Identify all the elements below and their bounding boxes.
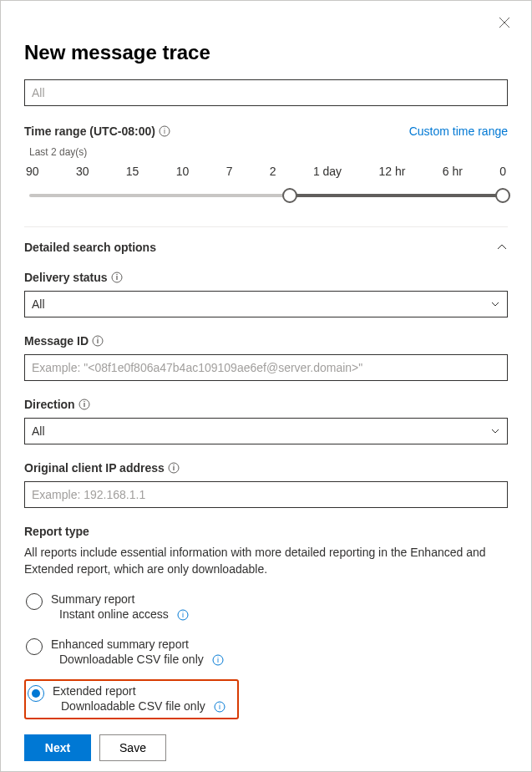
report-type-label: Report type <box>24 525 508 538</box>
radio-option-title: Extended report <box>53 684 225 698</box>
radio-button[interactable] <box>26 593 43 610</box>
radio-button[interactable] <box>26 638 43 655</box>
svg-text:i: i <box>83 400 85 409</box>
client-ip-label: Original client IP address i <box>24 461 508 475</box>
svg-text:i: i <box>164 127 165 135</box>
svg-text:i: i <box>173 464 175 472</box>
next-button[interactable]: Next <box>24 734 91 761</box>
chevron-down-icon <box>490 426 500 436</box>
direction-select[interactable]: All <box>24 418 508 444</box>
close-button[interactable] <box>498 16 513 31</box>
chevron-up-icon <box>496 241 508 253</box>
radio-option-title: Enhanced summary report <box>51 637 224 651</box>
delivery-status-label: Delivery status i <box>24 271 508 284</box>
slider-thumb-start[interactable] <box>282 188 297 203</box>
radio-option-subtitle: Downloadable CSV file onlyi <box>59 653 224 666</box>
detailed-options-toggle[interactable]: Detailed search options <box>24 241 508 254</box>
message-id-label: Message ID i <box>24 334 508 348</box>
info-icon[interactable]: i <box>159 125 170 137</box>
info-icon[interactable]: i <box>79 399 90 410</box>
report-type-description: All reports include essential informatio… <box>24 545 508 577</box>
chevron-down-icon <box>490 299 500 309</box>
slider-current-value: Last 2 day(s) <box>29 146 508 158</box>
info-icon[interactable]: i <box>92 335 104 347</box>
report-type-option[interactable]: Extended reportDownloadable CSV file onl… <box>24 679 239 719</box>
radio-option-subtitle: Downloadable CSV file onlyi <box>61 699 225 713</box>
recipients-input[interactable] <box>24 79 508 106</box>
radio-option-subtitle: Instant online accessi <box>59 607 189 621</box>
info-icon[interactable]: i <box>177 608 189 620</box>
svg-text:i: i <box>97 337 99 345</box>
report-type-option[interactable]: Summary reportInstant online accessi <box>24 589 508 626</box>
svg-text:i: i <box>182 611 184 619</box>
direction-label: Direction i <box>24 398 508 411</box>
divider <box>24 226 508 227</box>
svg-text:i: i <box>219 703 220 711</box>
time-range-label: Time range (UTC-08:00) i <box>24 124 170 138</box>
svg-text:i: i <box>115 273 118 282</box>
radio-option-title: Summary report <box>51 592 189 606</box>
info-icon[interactable]: i <box>214 700 225 712</box>
message-trace-panel: New message trace Time range (UTC-08:00)… <box>0 0 532 772</box>
time-range-slider[interactable]: Last 2 day(s) 90 30 15 10 7 2 1 day 12 h… <box>24 146 508 205</box>
report-type-option[interactable]: Enhanced summary reportDownloadable CSV … <box>24 634 508 671</box>
svg-text:i: i <box>217 656 219 664</box>
slider-tick-labels: 90 30 15 10 7 2 1 day 12 hr 6 hr 0 <box>24 165 508 178</box>
client-ip-input[interactable] <box>24 481 508 508</box>
report-type-radio-group: Summary reportInstant online accessiEnha… <box>24 589 508 719</box>
save-button[interactable]: Save <box>99 734 166 761</box>
slider-thumb-end[interactable] <box>495 188 510 203</box>
delivery-status-select[interactable]: All <box>24 291 508 317</box>
info-icon[interactable]: i <box>212 653 224 665</box>
info-icon[interactable]: i <box>168 462 180 474</box>
radio-button[interactable] <box>28 685 44 702</box>
page-title: New message trace <box>24 41 508 64</box>
info-icon[interactable]: i <box>111 272 123 283</box>
custom-time-range-link[interactable]: Custom time range <box>409 124 508 138</box>
message-id-input[interactable] <box>24 354 508 381</box>
